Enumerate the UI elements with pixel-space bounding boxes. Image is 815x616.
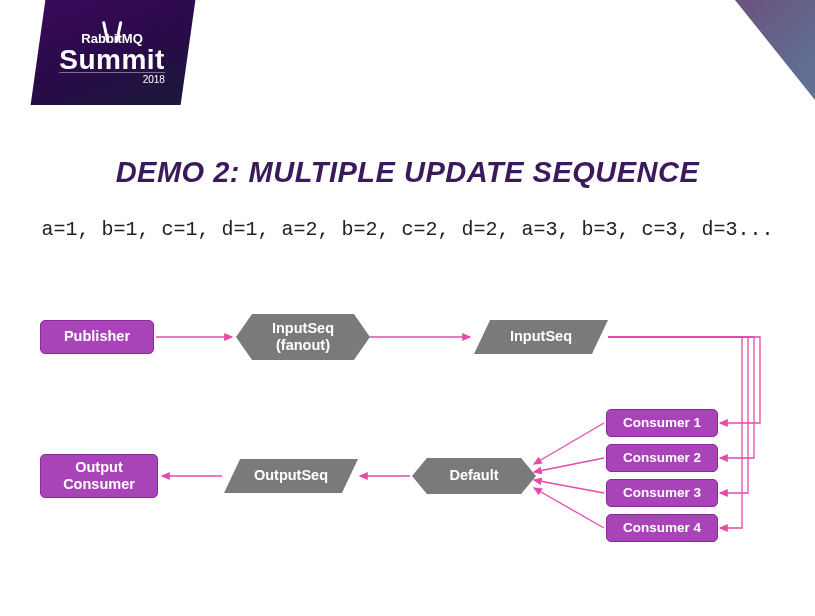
flow-diagram: Publisher InputSeq (fanout) InputSeq Def…	[0, 0, 815, 616]
svg-line-5	[534, 488, 604, 528]
node-consumer-2: Consumer 2	[606, 444, 718, 472]
node-consumer-4: Consumer 4	[606, 514, 718, 542]
node-consumer-1: Consumer 1	[606, 409, 718, 437]
node-consumer-3: Consumer 3	[606, 479, 718, 507]
svg-line-4	[534, 480, 604, 493]
svg-line-3	[534, 458, 604, 472]
node-output-consumer: Output Consumer	[40, 454, 158, 498]
node-inputseq-fanout: InputSeq (fanout)	[236, 314, 370, 360]
node-default: Default	[412, 458, 536, 494]
node-outputseq: OutputSeq	[224, 459, 358, 493]
node-inputseq: InputSeq	[474, 320, 608, 354]
node-publisher: Publisher	[40, 320, 154, 354]
svg-line-2	[534, 423, 604, 464]
